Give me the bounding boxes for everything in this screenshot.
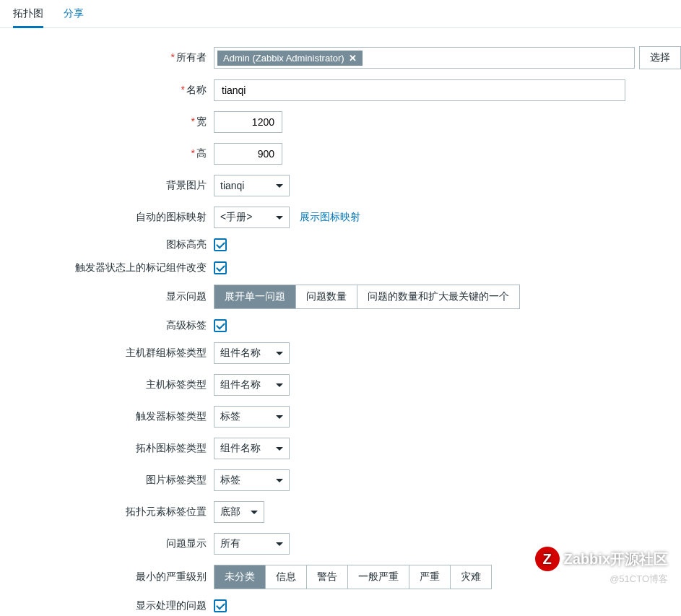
severity-information[interactable]: 信息 xyxy=(266,565,307,589)
automap-select[interactable]: <手册> xyxy=(214,207,290,228)
severity-not-classified[interactable]: 未分类 xyxy=(214,565,266,589)
dropdown-caret-icon xyxy=(276,184,283,188)
label-advlabels: 高级标签 xyxy=(0,319,214,332)
label-width: *宽 xyxy=(0,116,214,129)
dropdown-caret-icon xyxy=(276,415,283,419)
config-form: *所有者 Admin (Zabbix Administrator) ✕ 选择 *… xyxy=(0,41,681,616)
advlabels-checkbox[interactable] xyxy=(214,319,227,332)
label-height: *高 xyxy=(0,147,214,160)
label-label-location: 拓扑元素标签位置 xyxy=(0,506,214,519)
map-label-type-value: 组件名称 xyxy=(220,442,261,455)
hostgroup-label-type-select[interactable]: 组件名称 xyxy=(214,342,290,364)
width-input[interactable] xyxy=(214,111,282,133)
host-label-type-value: 组件名称 xyxy=(220,378,261,391)
owner-tag-label: Admin (Zabbix Administrator) xyxy=(223,53,344,64)
remove-owner-icon[interactable]: ✕ xyxy=(349,53,357,64)
tab-share[interactable]: 分享 xyxy=(64,0,84,27)
dropdown-caret-icon xyxy=(276,352,283,355)
select-owner-button[interactable]: 选择 xyxy=(639,46,681,69)
label-owner: *所有者 xyxy=(0,51,214,64)
image-label-type-select[interactable]: 标签 xyxy=(214,469,290,491)
name-input[interactable] xyxy=(214,79,625,101)
label-trigger-label-type: 触发器标签类型 xyxy=(0,410,214,423)
label-location-select[interactable]: 底部 xyxy=(214,501,264,523)
label-show-suppressed: 显示处理的问题 xyxy=(0,599,214,612)
showproblems-expand-one[interactable]: 展开单一问题 xyxy=(214,285,296,308)
trigger-label-type-select[interactable]: 标签 xyxy=(214,406,290,428)
owner-tag[interactable]: Admin (Zabbix Administrator) ✕ xyxy=(217,51,363,66)
label-hostgroup-label-type: 主机群组标签类型 xyxy=(0,347,214,360)
min-severity-group: 未分类 信息 警告 一般严重 严重 灾难 xyxy=(214,565,492,589)
showproblems-count-expand-critical[interactable]: 问题的数量和扩大最关键的一个 xyxy=(357,285,519,308)
dropdown-caret-icon xyxy=(276,216,283,220)
show-suppressed-checkbox[interactable] xyxy=(214,599,227,612)
showproblems-group: 展开单一问题 问题数量 问题的数量和扩大最关键的一个 xyxy=(214,285,520,309)
tab-bar: 拓扑图 分享 xyxy=(0,0,681,28)
severity-average[interactable]: 一般严重 xyxy=(348,565,409,589)
height-input[interactable] xyxy=(214,143,282,165)
label-min-severity: 最小的严重级别 xyxy=(0,571,214,584)
dropdown-caret-icon xyxy=(276,447,283,451)
label-image-label-type: 图片标签类型 xyxy=(0,474,214,487)
label-map-label-type: 拓朴图标签类型 xyxy=(0,442,214,455)
image-label-type-value: 标签 xyxy=(220,474,240,487)
label-automap: 自动的图标映射 xyxy=(0,211,214,224)
automap-select-value: <手册> xyxy=(220,211,252,224)
owner-multiselect[interactable]: Admin (Zabbix Administrator) ✕ xyxy=(214,47,635,69)
severity-high[interactable]: 严重 xyxy=(409,565,451,589)
label-showproblems: 显示问题 xyxy=(0,290,214,303)
tab-topology[interactable]: 拓扑图 xyxy=(13,0,43,28)
host-label-type-select[interactable]: 组件名称 xyxy=(214,374,290,396)
showproblems-count[interactable]: 问题数量 xyxy=(296,285,357,308)
dropdown-caret-icon xyxy=(251,511,258,514)
bgimage-select[interactable]: tianqi xyxy=(214,175,290,196)
severity-warning[interactable]: 警告 xyxy=(307,565,348,589)
dropdown-caret-icon xyxy=(276,479,283,482)
map-label-type-select[interactable]: 组件名称 xyxy=(214,438,290,459)
label-host-label-type: 主机标签类型 xyxy=(0,378,214,391)
bgimage-select-value: tianqi xyxy=(220,180,244,191)
problem-display-value: 所有 xyxy=(220,537,240,550)
show-icon-mapping-link[interactable]: 展示图标映射 xyxy=(300,211,360,224)
trigger-label-type-value: 标签 xyxy=(220,410,240,423)
dropdown-caret-icon xyxy=(276,542,283,546)
highlight-checkbox[interactable] xyxy=(214,238,227,251)
label-highlight: 图标高亮 xyxy=(0,238,214,251)
hostgroup-label-type-value: 组件名称 xyxy=(220,347,261,360)
label-bgimage: 背景图片 xyxy=(0,179,214,192)
label-markchange: 触发器状态上的标记组件改变 xyxy=(0,261,214,274)
markchange-checkbox[interactable] xyxy=(214,261,227,274)
severity-disaster[interactable]: 灾难 xyxy=(451,565,491,589)
problem-display-select[interactable]: 所有 xyxy=(214,533,290,555)
dropdown-caret-icon xyxy=(276,383,283,387)
label-location-value: 底部 xyxy=(220,506,240,519)
label-name: *名称 xyxy=(0,84,214,97)
label-problem-display: 问题显示 xyxy=(0,537,214,550)
